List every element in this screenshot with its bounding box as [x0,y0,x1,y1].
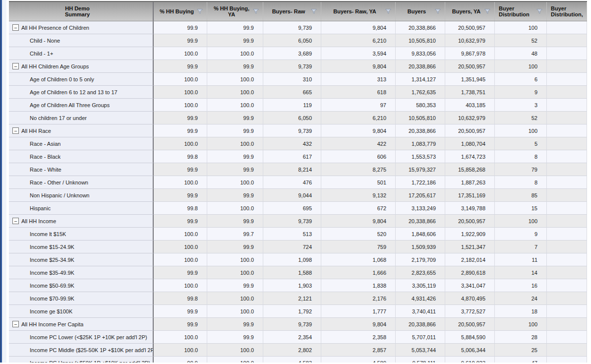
column-header-buyers-raw-ya[interactable]: Buyers- Raw, YA [321,2,396,21]
empty-cell [547,253,587,266]
column-header-buyer-distribution[interactable]: Buyer Distribution [495,2,547,21]
table-row[interactable]: Child - 1+100.0100.03,6893,5949,833,0569… [9,47,587,60]
table-row[interactable]: Race - Other / Unknown100.0100.04765011,… [9,176,587,189]
filter-icon[interactable] [311,9,317,14]
value-cell: 99.9 [154,124,207,137]
empty-cell [547,86,587,99]
table-row[interactable]: Non Hispanic / Unknown99.999.99,0449,132… [9,189,587,202]
value-cell: 20,500,957 [445,60,495,73]
table-row[interactable]: Age of Children All Three Groups100.0100… [9,99,587,112]
value-cell: 1,777 [321,305,396,318]
filter-icon[interactable] [435,9,441,14]
value-cell: 16 [495,279,547,292]
column-header-pct-hh-buying[interactable]: % HH Buying [154,2,207,21]
value-cell: 724 [263,241,321,253]
value-cell: 9,739 [263,318,321,331]
collapse-minus-icon[interactable] [12,127,19,134]
value-cell: 476 [263,176,321,189]
left-gutter [2,0,6,363]
empty-cell [547,21,587,34]
table-row[interactable]: No children 17 or under99.999.96,0506,21… [9,112,587,124]
value-cell: 9,739 [263,21,321,34]
value-cell: 15 [495,202,547,215]
table-row[interactable]: All HH Presence of Children99.999.99,739… [9,21,587,34]
filter-icon[interactable] [385,9,391,14]
collapse-minus-icon[interactable] [12,63,19,69]
value-cell: 1,848,606 [396,228,445,241]
table-row[interactable]: Hispanic99.8100.06956723,133,2493,149,78… [9,202,587,215]
value-cell: 100 [495,124,547,137]
value-cell: 9,132 [321,189,396,202]
empty-cell [547,34,587,47]
value-cell: 100.0 [207,137,263,150]
table-row[interactable]: Income lt $15K100.099.75135201,848,6061,… [9,228,587,241]
column-header-buyers-ya[interactable]: Buyers, YA [445,2,495,21]
row-label: Race - Black [30,154,60,160]
value-cell: 8,275 [321,163,396,176]
table-body: All HH Presence of Children99.999.99,739… [9,21,587,363]
value-cell: 100.0 [207,266,263,279]
value-cell: 100 [495,215,547,228]
value-cell: 7 [495,241,547,253]
table-row[interactable]: All HH Children Age Groups99.999.99,7399… [9,60,587,73]
filter-icon[interactable] [484,9,490,14]
table-row[interactable]: Income $15-24.9K100.099.97247591,509,939… [9,241,587,253]
table-row[interactable]: Income $70-99.9K99.8100.02,1212,1764,931… [9,292,587,305]
value-cell: 100.0 [207,73,263,86]
collapse-minus-icon[interactable] [12,218,19,224]
column-header-buyer-distribution-ya[interactable]: Buyer Distribution, [547,2,587,21]
value-cell: 99.9 [154,318,207,331]
value-cell: 20,500,957 [445,215,495,228]
column-header-buyers[interactable]: Buyers [396,2,445,21]
value-cell: 99.9 [154,189,207,202]
row-label: Income PC Middle ($25-50K 1P +$10K per a… [30,347,153,353]
value-cell: 9,739 [263,124,321,137]
empty-cell [547,202,587,215]
value-cell: 100.0 [154,279,207,292]
value-cell: 10,632,979 [445,34,495,47]
row-label: Non Hispanic / Unknown [30,192,89,198]
value-cell: 100.0 [154,331,207,344]
table-row[interactable]: Race - Black99.899.96176061,553,5731,674… [9,150,587,163]
value-cell: 99.9 [154,305,207,318]
table-row[interactable]: Age of Children 0 to 5 only100.0100.0310… [9,73,587,86]
table-row[interactable]: Income $25-34.9K100.0100.01,0981,0682,17… [9,253,587,266]
table-row[interactable]: Income PC Middle ($25-50K 1P +$10K per a… [9,344,587,357]
value-cell: 100.0 [207,344,263,357]
empty-cell [547,60,587,73]
table-row[interactable]: Income $50-69.9K100.099.91,9031,8383,305… [9,279,587,292]
table-row[interactable]: Income ge $100K99.9100.01,7921,7773,740,… [9,305,587,318]
table-row[interactable]: All HH Income Per Capita99.999.99,7399,8… [9,318,587,331]
column-header-pct-hh-buying-ya[interactable]: % HH Buying, YA [207,2,263,21]
table-row[interactable]: Child - None99.999.96,0506,21010,505,810… [9,34,587,47]
row-label-cell: Income lt $15K [9,228,154,241]
collapse-minus-icon[interactable] [12,321,19,327]
table-row[interactable]: Income PC Lower (<$25K 1P +10K per add'l… [9,331,587,344]
table-row[interactable]: All HH Race99.999.99,7399,80420,338,8662… [9,124,587,137]
table-row[interactable]: Race - White99.999.98,2148,27515,979,327… [9,163,587,176]
empty-cell [547,357,587,363]
table-row[interactable]: All HH Income99.999.99,7399,80420,338,86… [9,215,587,228]
row-label-cell: Income PC Lower (<$25K 1P +10K per add'l… [9,331,154,344]
column-header-buyers-raw[interactable]: Buyers- Raw [263,2,321,21]
value-cell: 3,305,119 [396,279,445,292]
row-label-cell: Income $35-49.9K [9,266,154,279]
table-row[interactable]: Income $35-49.9K99.9100.01,5881,6662,823… [9,266,587,279]
row-label-cell: Race - Black [9,150,154,163]
filter-icon[interactable] [536,9,542,14]
filter-icon[interactable] [197,9,203,14]
empty-cell [547,241,587,253]
table-row[interactable]: Income PC Upper (>$50K 1P +$10K per add'… [9,357,587,363]
column-header-hh-demo-summary[interactable]: HH Demo Summary [9,2,154,21]
value-cell: 85 [495,189,547,202]
table-row[interactable]: Age of Children 6 to 12 and 13 to 17100.… [9,86,587,99]
value-cell: 9,833,056 [396,47,445,60]
table-row[interactable]: Race - Asian100.0100.04324221,083,7791,0… [9,137,587,150]
empty-cell [547,189,587,202]
value-cell: 617 [263,150,321,163]
value-cell: 99.8 [154,292,207,305]
row-label-cell: Age of Children 6 to 12 and 13 to 17 [9,86,154,99]
row-label: Income ge $100K [30,308,72,314]
filter-icon[interactable] [253,9,259,14]
collapse-minus-icon[interactable] [12,24,19,31]
